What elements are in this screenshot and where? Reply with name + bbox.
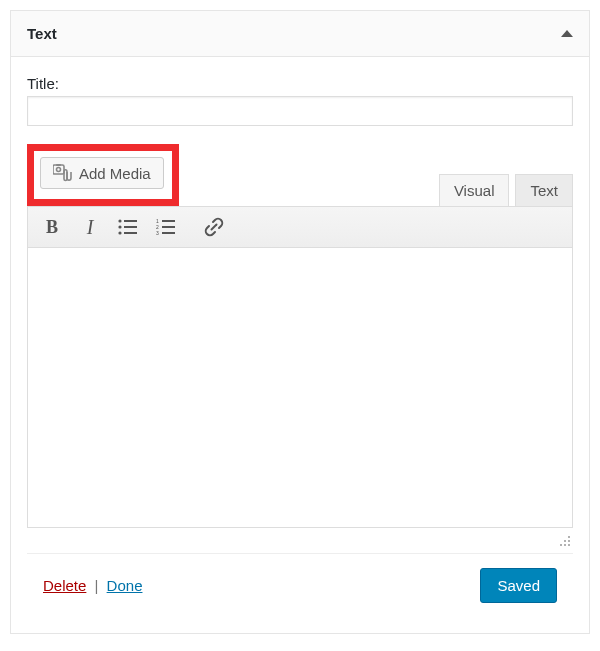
tab-visual[interactable]: Visual [439,174,510,206]
editor-toolbar: B I 1 2 3 [27,206,573,248]
svg-point-7 [118,231,121,234]
done-link[interactable]: Done [107,577,143,594]
text-widget: Text Title: Add Media [10,10,590,634]
italic-button[interactable]: I [72,211,108,243]
svg-point-3 [118,219,121,222]
widget-header[interactable]: Text [11,11,589,57]
svg-point-17 [568,540,570,542]
svg-text:3: 3 [156,230,159,235]
svg-rect-14 [162,232,175,234]
svg-rect-12 [162,226,175,228]
annotation-highlight: Add Media [27,144,179,206]
resize-handle[interactable] [27,531,573,553]
media-tabs-row: Add Media Visual Text [27,144,573,206]
svg-point-1 [57,168,61,172]
title-input[interactable] [27,96,573,126]
svg-point-19 [564,544,566,546]
svg-point-18 [560,544,562,546]
footer-links: Delete | Done [43,577,142,594]
svg-rect-4 [124,220,137,222]
svg-point-5 [118,225,121,228]
collapse-up-icon [561,30,573,37]
add-media-button[interactable]: Add Media [40,157,164,189]
widget-title: Text [27,25,57,42]
editor-tabs: Visual Text [439,174,573,206]
saved-button[interactable]: Saved [480,568,557,603]
editor-textarea[interactable] [27,248,573,528]
svg-point-16 [564,540,566,542]
bold-button[interactable]: B [34,211,70,243]
svg-rect-8 [124,232,137,234]
svg-point-20 [568,544,570,546]
bullet-list-icon [118,219,138,235]
numbered-list-button[interactable]: 1 2 3 [148,211,184,243]
link-button[interactable] [196,211,232,243]
link-separator: | [95,577,99,594]
svg-point-15 [568,536,570,538]
numbered-list-icon: 1 2 3 [156,219,176,235]
link-icon [204,217,224,237]
media-icon [53,164,73,182]
delete-link[interactable]: Delete [43,577,86,594]
svg-rect-10 [162,220,175,222]
resize-grip-icon [557,533,571,547]
tab-text[interactable]: Text [515,174,573,206]
widget-footer: Delete | Done Saved [27,553,573,617]
title-label: Title: [27,75,573,92]
svg-rect-2 [56,164,61,166]
add-media-label: Add Media [79,165,151,182]
bullet-list-button[interactable] [110,211,146,243]
widget-body: Title: Add Media [11,57,589,633]
svg-rect-6 [124,226,137,228]
svg-rect-0 [53,165,64,174]
